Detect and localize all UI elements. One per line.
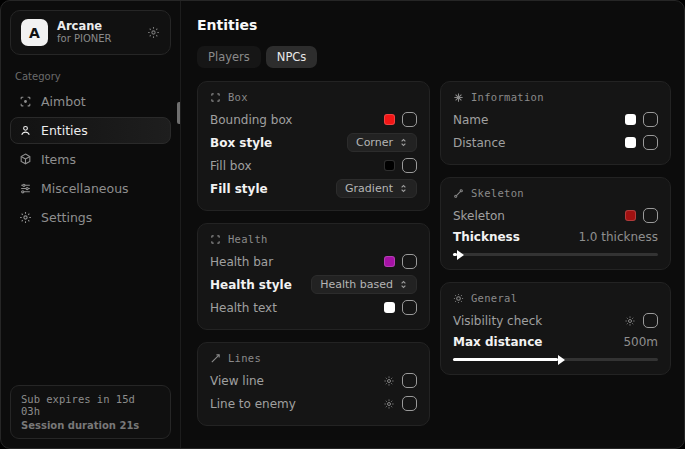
box-card: Box Bounding box Box style Corner: [197, 81, 430, 211]
setting-row: Health text: [210, 296, 417, 319]
right-column: Information Name Distance: [440, 81, 671, 375]
card-title: Skeleton: [471, 187, 524, 199]
checkbox[interactable]: [643, 135, 658, 150]
lines-card-header: Lines: [210, 352, 417, 364]
row-label: Distance: [453, 136, 505, 150]
max-distance-slider[interactable]: [453, 358, 658, 361]
cards-grid: Box Bounding box Box style Corner: [197, 81, 671, 426]
sidebar-item-label: Settings: [41, 210, 92, 225]
setting-row: Box style Corner: [210, 131, 417, 154]
row-label: View line: [210, 374, 264, 388]
sidebar-item-miscellaneous[interactable]: Miscellaneous: [10, 175, 171, 202]
skeleton-card-header: Skeleton: [453, 187, 658, 199]
checkbox[interactable]: [402, 112, 417, 127]
slider-label-row: Max distance 500m: [453, 332, 658, 352]
row-label: Health bar: [210, 255, 273, 269]
skeleton-card: Skeleton Skeleton Thickness 1.0 thicknes…: [440, 177, 671, 270]
row-label: Visibility check: [453, 314, 542, 328]
dropdown-value: Gradient: [345, 182, 393, 195]
setting-row: View line: [210, 369, 417, 392]
color-swatch[interactable]: [384, 160, 395, 171]
general-card-header: General: [453, 292, 658, 304]
subscription-card: Sub expires in 15d 03h Session duration …: [10, 385, 171, 439]
card-title: General: [471, 292, 517, 304]
main-panel: Entities Players NPCs Box: [181, 1, 684, 448]
setting-row: Bounding box: [210, 108, 417, 131]
color-swatch[interactable]: [384, 302, 395, 313]
card-title: Box: [228, 91, 248, 103]
thickness-slider[interactable]: [453, 253, 658, 256]
slider-value: 1.0 thickness: [578, 230, 658, 244]
health-style-dropdown[interactable]: Health based: [311, 275, 417, 294]
box-card-header: Box: [210, 91, 417, 103]
checkbox[interactable]: [643, 208, 658, 223]
checkbox[interactable]: [402, 396, 417, 411]
chevron-updown-icon: [399, 137, 408, 148]
information-card-header: Information: [453, 91, 658, 103]
tab-players[interactable]: Players: [197, 46, 261, 68]
settings-gear-icon[interactable]: [147, 26, 160, 39]
setting-row: Fill box: [210, 154, 417, 177]
box-style-dropdown[interactable]: Corner: [347, 133, 417, 152]
slider-label-row: Thickness 1.0 thickness: [453, 227, 658, 247]
tab-npcs[interactable]: NPCs: [266, 46, 318, 68]
setting-row: Health bar: [210, 250, 417, 273]
color-swatch[interactable]: [384, 114, 395, 125]
fill-style-dropdown[interactable]: Gradient: [336, 179, 417, 198]
app-name: Arcane: [57, 19, 138, 33]
checkbox[interactable]: [402, 158, 417, 173]
card-title: Information: [471, 91, 544, 103]
color-swatch[interactable]: [384, 256, 395, 267]
brackets-icon: [210, 92, 221, 103]
sidebar-item-entities[interactable]: Entities: [10, 117, 171, 144]
row-settings-gear-icon[interactable]: [624, 315, 636, 327]
session-duration-text: Session duration 21s: [21, 420, 160, 431]
checkbox[interactable]: [643, 112, 658, 127]
slider-label: Max distance: [453, 335, 542, 349]
slider-label: Thickness: [453, 230, 520, 244]
row-label: Health style: [210, 278, 292, 292]
tab-bar: Players NPCs: [197, 46, 671, 68]
row-settings-gear-icon[interactable]: [383, 398, 395, 410]
crosshair-icon: [19, 95, 32, 108]
color-swatch[interactable]: [625, 210, 636, 221]
sidebar-nav: Aimbot Entities Items: [1, 88, 180, 231]
card-title: Health: [228, 233, 268, 245]
sub-expires-text: Sub expires in 15d 03h: [21, 393, 160, 417]
row-label: Name: [453, 113, 488, 127]
setting-row: Name: [453, 108, 658, 131]
sidebar-item-label: Items: [41, 152, 76, 167]
app-window: A Arcane for PIONER Category: [0, 0, 685, 449]
checkbox[interactable]: [402, 254, 417, 269]
setting-row: Line to enemy: [210, 392, 417, 415]
color-swatch[interactable]: [625, 137, 636, 148]
slider-fill: [453, 358, 558, 361]
row-label: Fill style: [210, 182, 268, 196]
sidebar-item-aimbot[interactable]: Aimbot: [10, 88, 171, 115]
page-title: Entities: [197, 17, 671, 33]
row-label: Skeleton: [453, 209, 505, 223]
slider-thumb[interactable]: [457, 250, 464, 260]
color-swatch[interactable]: [625, 114, 636, 125]
sidebar-item-settings[interactable]: Settings: [10, 204, 171, 231]
setting-row: Health style Health based: [210, 273, 417, 296]
sidebar: A Arcane for PIONER Category: [1, 1, 181, 448]
checkbox[interactable]: [643, 313, 658, 328]
row-label: Bounding box: [210, 113, 292, 127]
general-card: General Visibility check: [440, 282, 671, 375]
health-card-header: Health: [210, 233, 417, 245]
checkbox[interactable]: [402, 373, 417, 388]
information-card: Information Name Distance: [440, 81, 671, 165]
gear-icon: [19, 211, 32, 224]
row-settings-gear-icon[interactable]: [383, 375, 395, 387]
setting-row: Skeleton: [453, 204, 658, 227]
card-title: Lines: [228, 352, 261, 364]
slider-value: 500m: [623, 335, 658, 349]
sparkle-icon: [453, 92, 464, 103]
category-label: Category: [15, 71, 180, 82]
health-card: Health Health bar Health style Health ba…: [197, 223, 430, 330]
checkbox[interactable]: [402, 300, 417, 315]
sidebar-item-label: Miscellaneous: [41, 181, 129, 196]
sidebar-item-items[interactable]: Items: [10, 146, 171, 173]
slider-thumb[interactable]: [558, 355, 565, 365]
